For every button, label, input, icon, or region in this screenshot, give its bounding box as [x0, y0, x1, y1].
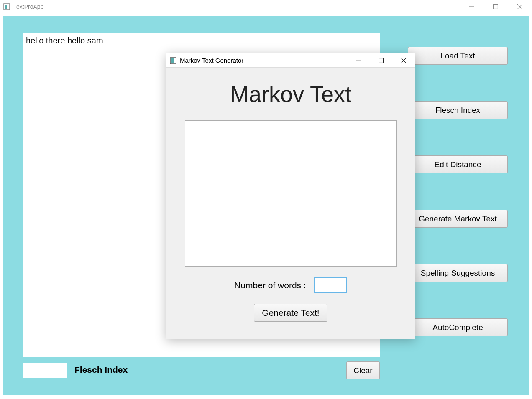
- spelling-suggestions-button[interactable]: Spelling Suggestions: [408, 264, 508, 282]
- markov-output-textarea[interactable]: [185, 120, 397, 267]
- dialog-app-icon: [170, 57, 176, 64]
- dialog-window-controls: [347, 53, 415, 68]
- flesch-index-button[interactable]: Flesch Index: [408, 101, 508, 119]
- minimize-button[interactable]: [459, 0, 483, 13]
- maximize-button[interactable]: [483, 0, 508, 13]
- clear-button[interactable]: Clear: [346, 361, 380, 379]
- generate-text-button[interactable]: Generate Text!: [254, 304, 327, 322]
- markov-dialog: Markov Text Generator Markov Text Number…: [166, 53, 415, 339]
- svg-rect-7: [171, 58, 174, 63]
- svg-rect-1: [5, 5, 7, 9]
- edit-distance-button[interactable]: Edit Distance: [408, 155, 508, 173]
- dialog-heading: Markov Text: [166, 81, 415, 107]
- flesch-output-box: [23, 363, 67, 378]
- num-words-input[interactable]: [314, 277, 347, 293]
- flesch-label: Flesch Index: [74, 365, 128, 375]
- svg-rect-3: [494, 5, 498, 9]
- svg-rect-9: [379, 58, 384, 63]
- generate-markov-button[interactable]: Generate Markov Text: [408, 210, 508, 228]
- close-button[interactable]: [508, 0, 532, 13]
- main-window-controls: [459, 0, 532, 13]
- dialog-titlebar[interactable]: Markov Text Generator: [166, 53, 415, 68]
- num-words-label: Number of words :: [234, 280, 306, 290]
- main-window: TextProApp Load Text Flesch Index Edit D…: [0, 0, 532, 399]
- dialog-close-button[interactable]: [392, 53, 415, 68]
- app-icon: [3, 3, 10, 10]
- load-text-button[interactable]: Load Text: [408, 47, 508, 65]
- right-button-column: Load Text Flesch Index Edit Distance Gen…: [408, 47, 508, 336]
- main-titlebar[interactable]: TextProApp: [0, 0, 532, 13]
- autocomplete-button[interactable]: AutoComplete: [408, 318, 508, 336]
- dialog-maximize-button[interactable]: [370, 53, 392, 68]
- dialog-title: Markov Text Generator: [180, 57, 243, 64]
- dialog-body: Markov Text Number of words : Generate T…: [166, 68, 415, 322]
- num-words-row: Number of words :: [166, 277, 415, 293]
- app-title: TextProApp: [13, 3, 43, 10]
- dialog-minimize-button[interactable]: [347, 53, 370, 68]
